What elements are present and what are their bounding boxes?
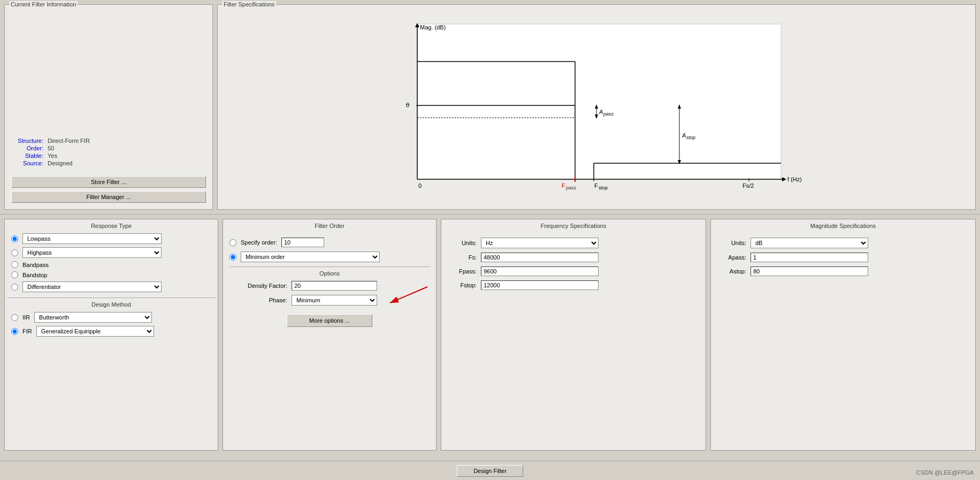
svg-text:–: – [406, 101, 410, 107]
bandstop-radio[interactable] [11, 271, 18, 278]
specify-order-input[interactable]: 10 [281, 238, 324, 247]
highpass-row: Highpass [7, 247, 216, 258]
phase-row: Phase: Minimum Maximum Linear [229, 295, 430, 306]
fpass-row: Fpass: [443, 266, 703, 276]
bandpass-row: Bandpass [7, 261, 216, 268]
apass-input[interactable] [751, 253, 868, 262]
fir-row: FIR Generalized Equiripple [7, 326, 216, 337]
lowpass-select[interactable]: Lowpass [22, 233, 162, 244]
bandstop-row: Bandstop [7, 271, 216, 278]
bandpass-label: Bandpass [22, 262, 49, 268]
astop-label: Astop: [719, 268, 746, 275]
minimum-order-radio[interactable] [229, 254, 236, 261]
differentiator-select[interactable]: Differentiator [22, 281, 162, 292]
astop-row: Astop: [713, 266, 973, 276]
phase-label: Phase: [234, 297, 287, 303]
stable-value: Yes [48, 153, 57, 159]
filter-specs-title: Filter Specifications [222, 1, 276, 7]
fs-label: Fs: [450, 254, 477, 261]
fpass-input[interactable] [481, 266, 599, 276]
differentiator-row: Differentiator [7, 281, 216, 292]
freq-units-row: Units: Hz kHz MHz GHz Normalized [443, 233, 703, 253]
fs-row: Fs: [443, 253, 703, 262]
svg-marker-5 [782, 177, 786, 181]
svg-text:Mag. (dB): Mag. (dB) [420, 24, 446, 31]
order-label: Order: [11, 145, 43, 151]
svg-text:F: F [594, 182, 598, 189]
bottom-bar: Design Filter [0, 461, 980, 480]
freq-specs-title: Frequency Specifications [443, 222, 703, 229]
filter-specs-panel: Filter Specifications Mag. (dB) f (Hz) [217, 4, 976, 210]
svg-text:F: F [562, 182, 565, 189]
filter-chart: Mag. (dB) f (Hz) 0 – [385, 19, 802, 195]
mag-units-select[interactable]: dB Linear [751, 238, 868, 248]
response-type-panel: Response Type Lowpass Highpass Bandpass … [4, 219, 218, 451]
watermark: CSDN @LEE@FPGA [916, 469, 974, 476]
specify-order-radio[interactable] [229, 239, 236, 246]
apass-label: Apass: [719, 254, 746, 261]
fir-method-select[interactable]: Generalized Equiripple [36, 326, 154, 337]
svg-text:Fs/2: Fs/2 [742, 182, 754, 189]
fstop-row: Fstop: [443, 280, 703, 290]
bandpass-radio[interactable] [11, 261, 18, 268]
density-factor-input[interactable] [292, 281, 377, 291]
bandstop-label: Bandstop [22, 272, 47, 278]
highpass-select[interactable]: Highpass [22, 247, 162, 258]
fir-radio[interactable] [11, 328, 18, 335]
fstop-input[interactable] [481, 280, 599, 290]
iir-radio[interactable] [11, 314, 18, 321]
phase-select[interactable]: Minimum Maximum Linear [292, 295, 377, 306]
differentiator-radio[interactable] [11, 284, 18, 291]
stable-label: Stable: [11, 153, 43, 159]
astop-input[interactable] [751, 266, 868, 276]
structure-label: Structure: [11, 138, 43, 144]
source-label: Source: [11, 160, 43, 166]
fstop-label: Fstop: [450, 282, 477, 288]
mag-units-row: Units: dB Linear [713, 233, 973, 253]
store-filter-button[interactable]: Store Filter ... [11, 176, 206, 188]
filter-order-title: Filter Order [225, 222, 434, 229]
filter-order-panel: Filter Order Specify order: 10 Minimum o… [223, 219, 437, 451]
filter-info-title: Current Filter Information [9, 1, 78, 7]
structure-value: Direct-Form FIR [48, 138, 90, 144]
iir-label: IIR [22, 314, 30, 321]
svg-rect-0 [417, 24, 781, 179]
density-factor-row: Density Factor: [229, 281, 430, 291]
source-value: Designed [48, 160, 72, 166]
chart-container: Mag. (dB) f (Hz) 0 – [220, 7, 973, 207]
more-options-button[interactable]: More options ... [287, 314, 372, 327]
design-filter-button[interactable]: Design Filter [457, 465, 523, 477]
highpass-radio[interactable] [11, 249, 18, 256]
iir-method-select[interactable]: Butterworth [34, 312, 152, 323]
mag-specs-title: Magnitude Specifications [713, 222, 973, 229]
fpass-label: Fpass: [450, 268, 477, 275]
mag-specs-panel: Magnitude Specifications Units: dB Linea… [710, 219, 976, 451]
density-factor-label: Density Factor: [234, 283, 287, 289]
lowpass-radio[interactable] [11, 235, 18, 242]
svg-text:0: 0 [418, 182, 422, 189]
filter-manager-button[interactable]: Filter Manager ... [11, 191, 206, 203]
mag-units-label: Units: [719, 240, 746, 246]
apass-row: Apass: [713, 253, 973, 262]
filter-info-panel: Current Filter Information Structure: Di… [4, 4, 213, 210]
freq-specs-panel: Frequency Specifications Units: Hz kHz M… [441, 219, 706, 451]
response-type-title: Response Type [7, 222, 216, 229]
svg-text:stop: stop [686, 135, 695, 140]
specify-order-label: Specify order: [241, 239, 277, 246]
freq-units-select[interactable]: Hz kHz MHz GHz Normalized [481, 238, 599, 248]
fs-input[interactable] [481, 253, 599, 262]
minimum-order-select[interactable]: Minimum order [241, 252, 380, 262]
fir-label: FIR [22, 328, 32, 334]
lowpass-row: Lowpass [7, 233, 216, 244]
svg-text:f (Hz): f (Hz) [787, 176, 802, 182]
design-method-title: Design Method [7, 300, 216, 308]
svg-text:A: A [682, 132, 686, 139]
minimum-order-row: Minimum order [229, 252, 430, 262]
svg-text:pass: pass [566, 185, 577, 191]
freq-units-label: Units: [450, 240, 477, 246]
options-title: Options [229, 269, 430, 277]
specify-order-row: Specify order: 10 [229, 238, 430, 247]
iir-row: IIR Butterworth [7, 312, 216, 323]
svg-text:stop: stop [599, 185, 608, 191]
order-value: 50 [48, 145, 54, 151]
